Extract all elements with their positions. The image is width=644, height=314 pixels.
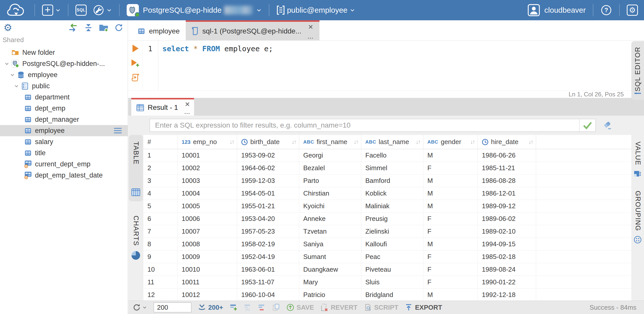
chevron-down-icon[interactable] xyxy=(4,61,10,66)
tree-item-salary[interactable]: salary xyxy=(0,136,128,147)
cell[interactable]: Georgi xyxy=(299,149,361,162)
duplicate-row-button[interactable]: (+) xyxy=(244,304,252,311)
tab-table-view[interactable]: TABLE xyxy=(129,135,143,201)
cell[interactable]: F xyxy=(423,263,478,276)
cell[interactable]: Bezalel xyxy=(299,162,361,174)
cell[interactable]: Preusig xyxy=(361,213,423,225)
cell[interactable]: 1985-02-18 xyxy=(478,251,536,263)
refresh-results-button[interactable] xyxy=(133,303,147,311)
cell[interactable]: 1985-11-21 xyxy=(478,162,536,174)
add-row-button[interactable] xyxy=(230,304,237,311)
new-folder-icon[interactable] xyxy=(99,23,108,32)
tab-charts-view[interactable]: CHARTS xyxy=(129,216,143,260)
row-number[interactable]: 6 xyxy=(143,213,178,225)
cell[interactable]: M xyxy=(423,175,478,187)
cell[interactable]: 1958-02-19 xyxy=(237,238,299,250)
cell[interactable]: 10002 xyxy=(178,162,237,174)
execute-query-button[interactable] xyxy=(131,44,139,53)
cell[interactable]: 10003 xyxy=(178,175,237,187)
tree-item-employee[interactable]: employee xyxy=(0,125,128,136)
tab-sql-1[interactable]: sql-1 (PostgreSQL@ep-hidde... ✕ ... xyxy=(186,20,319,40)
column-header-gender[interactable]: ABCgender↓↑ xyxy=(423,135,478,149)
driver-tools-button[interactable] xyxy=(93,4,112,16)
row-number[interactable]: 12 xyxy=(143,289,178,301)
row-number[interactable]: 5 xyxy=(143,200,178,212)
delete-row-button[interactable] xyxy=(258,304,266,311)
row-number[interactable]: 1 xyxy=(143,149,178,162)
script-button[interactable]: SCRIPT xyxy=(364,304,398,311)
tab-menu-icon[interactable]: ... xyxy=(307,34,313,38)
cell[interactable]: Chirstian xyxy=(299,187,361,200)
column-header-last_name[interactable]: ABClast_name↓↑ xyxy=(361,135,423,149)
tree-item-dept-manager[interactable]: dept_manager xyxy=(0,114,128,125)
cell[interactable]: F xyxy=(423,213,478,225)
settings-button[interactable]: ⚙ xyxy=(627,5,638,16)
close-icon[interactable]: ✕ xyxy=(185,101,190,107)
cell[interactable]: Anneke xyxy=(299,213,361,225)
cell[interactable]: 1986-08-28 xyxy=(478,175,536,187)
cell[interactable]: Piveteau xyxy=(361,263,423,276)
cell[interactable]: 10009 xyxy=(178,251,237,263)
cell[interactable]: Duangkaew xyxy=(299,263,361,276)
row-number[interactable]: 10 xyxy=(143,263,178,276)
cell[interactable]: Maliniak xyxy=(361,200,423,212)
chevron-down-icon[interactable] xyxy=(13,83,20,89)
fetch-more-button[interactable]: 200+ xyxy=(198,304,223,311)
cell[interactable]: 1963-06-01 xyxy=(237,263,299,276)
export-button[interactable]: EXPORT xyxy=(405,304,442,311)
cell[interactable]: 1994-09-15 xyxy=(478,238,536,250)
cell[interactable]: F xyxy=(423,276,478,288)
cell[interactable]: 1989-06-02 xyxy=(478,213,536,225)
cell[interactable]: M xyxy=(423,289,478,301)
user-menu[interactable]: cloudbeaver xyxy=(528,4,586,16)
cell[interactable]: Kyoichi xyxy=(299,200,361,212)
tab-employee[interactable]: employee xyxy=(131,20,186,40)
tree-item-current-dept-emp[interactable]: current_dept_emp xyxy=(0,159,128,170)
clear-filter-button[interactable] xyxy=(603,121,612,130)
cell[interactable]: M xyxy=(423,238,478,250)
tab-menu-icon[interactable]: ... xyxy=(184,110,190,114)
cell[interactable]: F xyxy=(423,251,478,263)
cell[interactable]: Sumant xyxy=(299,251,361,263)
tree-item-dept-emp[interactable]: dept_emp xyxy=(0,103,128,114)
cell[interactable]: 1953-11-07 xyxy=(237,276,299,288)
cell[interactable]: F xyxy=(423,162,478,174)
cell[interactable]: 1953-04-20 xyxy=(237,213,299,225)
row-number[interactable]: 8 xyxy=(143,238,178,250)
row-number[interactable]: 7 xyxy=(143,225,178,238)
tree-item-dept-emp-latest-date[interactable]: dept_emp_latest_date xyxy=(0,170,128,181)
tree-item-title[interactable]: title xyxy=(0,147,128,159)
cell[interactable]: 1989-08-24 xyxy=(478,263,536,276)
row-number[interactable]: 4 xyxy=(143,187,178,200)
tab-sql-editor-vertical[interactable]: SQL EDITOR xyxy=(631,41,644,100)
cell[interactable]: 10005 xyxy=(178,200,237,212)
cell[interactable]: Facello xyxy=(361,149,423,162)
cell[interactable]: 10010 xyxy=(178,263,237,276)
cell[interactable]: Koblick xyxy=(361,187,423,200)
cell[interactable]: Zielinski xyxy=(361,225,423,238)
cell[interactable]: 1957-05-23 xyxy=(237,225,299,238)
cell[interactable]: 1952-04-19 xyxy=(237,251,299,263)
edit-document-button[interactable] xyxy=(272,304,280,311)
cell[interactable]: 1992-12-18 xyxy=(478,289,536,301)
column-header-hire_date[interactable]: hire_date↓↑ xyxy=(478,135,536,149)
cell[interactable]: Kalloufi xyxy=(361,238,423,250)
collapse-all-icon[interactable] xyxy=(84,23,93,32)
cell[interactable]: Tzvetan xyxy=(299,225,361,238)
row-number[interactable]: 11 xyxy=(143,276,178,288)
cell[interactable]: 10006 xyxy=(178,213,237,225)
item-menu-icon[interactable] xyxy=(113,128,122,134)
row-number[interactable]: 2 xyxy=(143,162,178,174)
sidebar-settings-icon[interactable]: ⚙ xyxy=(4,23,12,32)
cell[interactable]: Simmel xyxy=(361,162,423,174)
chevron-down-icon[interactable] xyxy=(9,72,16,78)
cell[interactable]: Parto xyxy=(299,175,361,187)
execute-new-tab-button[interactable] xyxy=(131,59,140,67)
cell[interactable]: 10001 xyxy=(178,149,237,162)
cell[interactable]: Bridgland xyxy=(361,289,423,301)
tree-item-postgresql-ep-hidden-[interactable]: PostgreSQL@ep-hidden-... xyxy=(0,58,128,69)
grouping-panel-icon[interactable] xyxy=(634,236,642,244)
cell[interactable]: Sluis xyxy=(361,276,423,288)
sync-connection-icon[interactable] xyxy=(68,23,78,32)
column-header-first_name[interactable]: ABCfirst_name↓↑ xyxy=(299,135,361,149)
